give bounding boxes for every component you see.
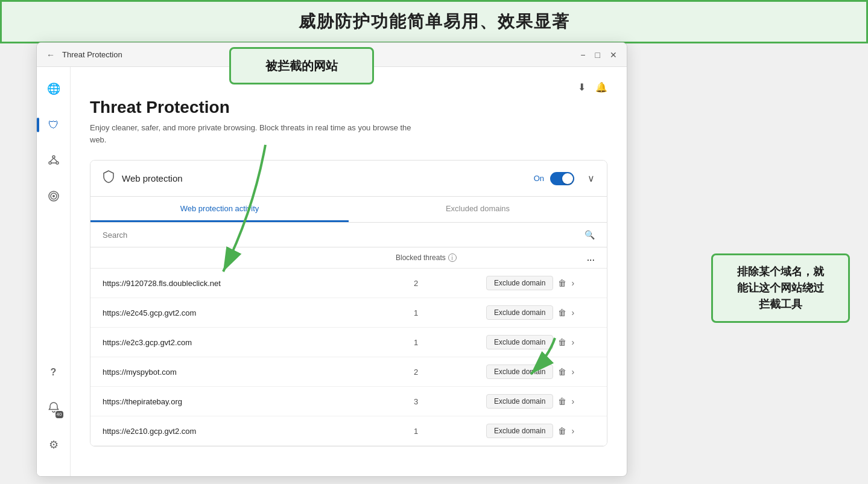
sidebar-item-mesh[interactable] [42, 149, 66, 173]
app-body: 🌐 🛡 [37, 67, 627, 476]
mesh-icon [48, 154, 60, 169]
minimize-button[interactable]: − [580, 50, 585, 60]
download-icon[interactable]: ⬇ [578, 81, 586, 93]
toggle-on-label: On [534, 174, 544, 183]
row-actions: Exclude domain 🗑 › [486, 335, 595, 349]
svg-point-1 [49, 162, 51, 164]
chevron-right-icon[interactable]: › [571, 308, 574, 317]
sidebar-item-notifications[interactable]: 40 [42, 396, 66, 421]
table-row: https://myspybot.com 2 Exclude domain 🗑 … [90, 357, 607, 387]
row-actions: Exclude domain 🗑 › [486, 276, 595, 290]
exclude-domain-button[interactable]: Exclude domain [486, 305, 553, 320]
tab-activity[interactable]: Web protection activity [90, 197, 349, 222]
exclude-domain-button[interactable]: Exclude domain [486, 335, 553, 349]
row-actions: Exclude domain 🗑 › [486, 424, 595, 438]
bell-icon[interactable]: 🔔 [595, 81, 607, 93]
active-indicator [37, 118, 39, 132]
chevron-right-icon[interactable]: › [571, 278, 574, 288]
row-count: 1 [414, 338, 486, 347]
row-domain: https://thepiratebay.org [103, 397, 414, 406]
row-count: 1 [414, 427, 486, 436]
globe-icon: 🌐 [47, 82, 60, 95]
chevron-right-icon[interactable]: › [571, 426, 574, 436]
row-action-icons: 🗑 › [558, 278, 574, 288]
search-input[interactable] [103, 231, 584, 240]
row-action-icons: 🗑 › [558, 396, 574, 406]
exclude-domain-button[interactable]: Exclude domain [486, 365, 553, 379]
chevron-right-icon[interactable]: › [571, 367, 574, 377]
row-action-icons: 🗑 › [558, 337, 574, 347]
table-row: https://thepiratebay.org 3 Exclude domai… [90, 387, 607, 416]
tabs: Web protection activity Excluded domains [90, 197, 607, 223]
sidebar-item-target[interactable] [42, 185, 66, 209]
chevron-down-icon[interactable]: ∨ [588, 173, 595, 184]
table-row: https://e2c10.gcp.gvt2.com 1 Exclude dom… [90, 416, 607, 446]
sidebar-item-globe[interactable]: 🌐 [42, 77, 66, 101]
row-actions: Exclude domain 🗑 › [486, 365, 595, 379]
table-rows: https://9120728.fls.doubleclick.net 2 Ex… [90, 269, 607, 446]
svg-point-2 [56, 162, 59, 164]
row-domain: https://myspybot.com [103, 368, 414, 377]
settings-icon: ⚙ [49, 438, 59, 451]
sidebar-item-help[interactable]: ? [42, 360, 66, 384]
sidebar-item-settings[interactable]: ⚙ [42, 433, 66, 457]
sidebar: 🌐 🛡 [37, 67, 71, 476]
tab-excluded[interactable]: Excluded domains [349, 197, 607, 222]
svg-point-0 [52, 156, 55, 158]
maximize-button[interactable]: □ [595, 50, 600, 60]
web-protection-toggle[interactable] [550, 172, 574, 185]
top-banner: 威胁防护功能简单易用、效果显著 [0, 0, 868, 43]
protection-card: Web protection On ∨ Web protection activ… [90, 160, 607, 447]
delete-icon[interactable]: 🗑 [558, 308, 566, 317]
table-row: https://e2c45.gcp.gvt2.com 1 Exclude dom… [90, 298, 607, 328]
exclude-domain-button[interactable]: Exclude domain [486, 394, 553, 409]
protection-header: Web protection On ∨ [90, 161, 607, 197]
row-domain: https://e2c45.gcp.gvt2.com [103, 308, 414, 317]
exclude-domain-button[interactable]: Exclude domain [486, 276, 553, 290]
delete-icon[interactable]: 🗑 [558, 337, 566, 347]
delete-icon[interactable]: 🗑 [558, 426, 566, 436]
chevron-right-icon[interactable]: › [571, 396, 574, 406]
svg-line-4 [54, 158, 57, 162]
close-button[interactable]: ✕ [610, 50, 617, 60]
row-domain: https://e2c3.gcp.gvt2.com [103, 338, 414, 347]
callout-blocked: 被拦截的网站 [229, 47, 374, 84]
page-subtitle: Enjoy cleaner, safer, and more private b… [90, 122, 428, 145]
svg-line-3 [50, 158, 54, 162]
exclude-domain-button[interactable]: Exclude domain [486, 424, 553, 438]
table-row: https://e2c3.gcp.gvt2.com 1 Exclude doma… [90, 328, 607, 357]
window-controls: − □ ✕ [580, 50, 617, 60]
sidebar-item-shield[interactable]: 🛡 [42, 113, 66, 137]
row-action-icons: 🗑 › [558, 367, 574, 377]
target-icon [48, 190, 60, 205]
table-row: https://9120728.fls.doubleclick.net 2 Ex… [90, 269, 607, 298]
row-actions: Exclude domain 🗑 › [486, 394, 595, 409]
row-action-icons: 🗑 › [558, 308, 574, 317]
row-action-icons: 🗑 › [558, 426, 574, 436]
chevron-right-icon[interactable]: › [571, 337, 574, 347]
delete-icon[interactable]: 🗑 [558, 278, 566, 288]
shield-icon: 🛡 [48, 119, 59, 132]
help-icon: ? [51, 367, 57, 378]
col-threats-header: Blocked threats i [396, 253, 468, 262]
row-count: 2 [414, 279, 486, 288]
row-actions: Exclude domain 🗑 › [486, 305, 595, 320]
row-count: 1 [414, 308, 486, 317]
notifications-badge: 40 [55, 411, 63, 418]
search-icon: 🔍 [584, 230, 595, 240]
table-header: Blocked threats i ... [90, 247, 607, 269]
back-button[interactable]: ← [46, 50, 55, 60]
delete-icon[interactable]: 🗑 [558, 396, 566, 406]
svg-point-8 [52, 195, 55, 197]
row-count: 2 [414, 368, 486, 377]
page-title: Threat Protection [90, 98, 607, 117]
toggle-group: On ∨ [534, 172, 595, 185]
info-icon[interactable]: i [448, 253, 457, 262]
web-protection-shield-icon [103, 170, 115, 186]
delete-icon[interactable]: 🗑 [558, 367, 566, 377]
search-bar: 🔍 [90, 223, 607, 247]
content-pane: ⬇ 🔔 Threat Protection Enjoy cleaner, saf… [71, 67, 627, 476]
row-domain: https://9120728.fls.doubleclick.net [103, 279, 414, 288]
app-window: ← Threat Protection − □ ✕ 🌐 🛡 [36, 42, 627, 477]
col-more-header[interactable]: ... [577, 252, 595, 263]
